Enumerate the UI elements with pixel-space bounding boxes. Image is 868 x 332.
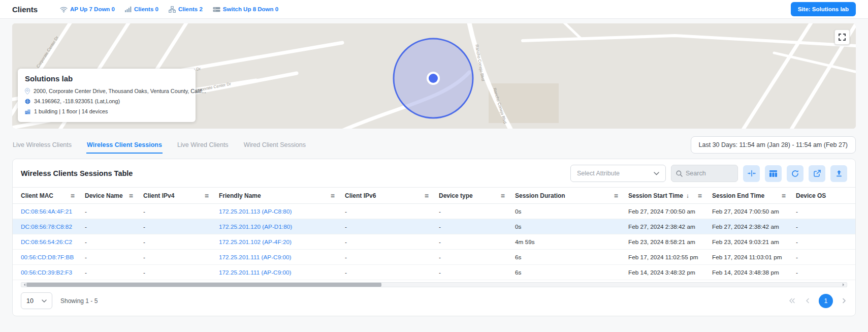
scroll-right-arrow-icon[interactable] <box>843 283 846 286</box>
site-info-card: Solutions lab 2000, Corporate Center Dri… <box>18 69 196 122</box>
table-footer: 10 Showing 1 - 5 1 <box>13 287 855 316</box>
cell-value: - <box>439 269 515 276</box>
cell-value: Feb 17, 2024 11:02:55 pm <box>628 254 712 261</box>
column-menu-icon[interactable]: ≡ <box>501 192 505 200</box>
tab-live-wireless-clients[interactable]: Live Wireless Clients <box>12 137 72 154</box>
column-menu-icon[interactable]: ≡ <box>205 192 209 200</box>
cell-value: Feb 27, 2024 2:38:42 am <box>628 223 712 230</box>
column-menu-icon[interactable]: ≡ <box>129 192 133 200</box>
cell-value: - <box>439 254 515 261</box>
column-header-client-ipv4[interactable]: Client IPv4≡ <box>143 192 219 200</box>
column-label: Session End Time <box>712 192 764 199</box>
switch-status[interactable]: Switch Up 8 Down 0 <box>213 6 278 12</box>
cell-link[interactable]: 172.25.201.111 (AP-C9:00) <box>219 269 345 276</box>
sessions-table-card: Wireless Clients Sessions Table Select A… <box>12 159 856 316</box>
export-button[interactable] <box>809 165 825 182</box>
wifi-icon <box>60 6 68 13</box>
tab-wired-client-sessions[interactable]: Wired Client Sessions <box>243 137 306 154</box>
cell-link[interactable]: 172.25.201.102 (AP-4F:20) <box>219 238 345 246</box>
column-menu-icon[interactable]: ≡ <box>782 192 786 200</box>
column-header-client-ipv6[interactable]: Client IPv6≡ <box>345 192 439 200</box>
table-row[interactable]: DC:08:56:4A:4F:21--172.25.201.113 (AP-C8… <box>13 204 855 219</box>
client-view-tabs-row: Live Wireless ClientsWireless Client Ses… <box>12 136 856 154</box>
page-size-select[interactable]: 10 <box>21 292 52 309</box>
column-header-device-name[interactable]: Device Name≡ <box>85 192 143 200</box>
cell-link[interactable]: 00:56:CD:39:B2:F3 <box>21 269 85 276</box>
table-row[interactable]: 00:56:CD:D8:7F:BB--172.25.201.111 (AP-C9… <box>13 250 855 265</box>
site-summary: 1 building | 1 floor | 14 devices <box>34 107 108 117</box>
site-marker[interactable] <box>429 74 438 83</box>
fit-columns-button[interactable] <box>743 165 760 182</box>
cell-value: - <box>85 238 143 246</box>
tab-live-wired-clients[interactable]: Live Wired Clients <box>177 137 229 154</box>
cell-value: - <box>143 208 219 215</box>
column-label: Client IPv4 <box>143 192 174 199</box>
cell-value: - <box>345 269 439 276</box>
horizontal-scrollbar[interactable] <box>21 282 847 287</box>
column-header-device-type[interactable]: Device type≡ <box>439 192 515 200</box>
cell-link[interactable]: 172.25.201.120 (AP-D1:80) <box>219 223 345 230</box>
refresh-icon <box>791 170 799 177</box>
manage-columns-button[interactable] <box>765 165 782 182</box>
ap-status[interactable]: AP Up 7 Down 0 <box>60 6 115 13</box>
chevron-right-icon <box>842 298 846 304</box>
column-menu-icon[interactable]: ≡ <box>698 192 702 200</box>
cell-link[interactable]: DC:08:56:54:26:C2 <box>21 238 85 246</box>
cell-value: - <box>439 208 515 215</box>
column-header-session-duration[interactable]: Session Duration≡ <box>515 192 628 200</box>
site-map[interactable]: Corporate Center Dr Corporate Center Dr … <box>12 23 856 129</box>
previous-page-button[interactable] <box>805 297 811 305</box>
ap-status-label: AP Up 7 Down 0 <box>70 6 115 12</box>
site-coordinates-row: 34.196962, -118.923051 (Lat,Long) <box>25 97 188 107</box>
cell-value: - <box>85 223 143 230</box>
table-row[interactable]: DC:08:56:78:C8:82--172.25.201.120 (AP-D1… <box>13 219 855 234</box>
column-menu-icon[interactable]: ≡ <box>425 192 429 200</box>
cell-value: - <box>439 223 515 230</box>
attribute-filter-select[interactable]: Select Attribute <box>570 165 666 182</box>
next-page-button[interactable] <box>841 297 847 305</box>
site-selector-button[interactable]: Site: Solutions lab <box>791 2 856 16</box>
sort-descending-icon[interactable]: ↓ <box>686 192 689 199</box>
cell-value: 0s <box>515 223 628 230</box>
first-page-button[interactable] <box>788 297 796 305</box>
cell-value: Feb 27, 2024 7:00:50 am <box>712 208 796 215</box>
pagination: 1 <box>788 294 847 308</box>
refresh-button[interactable] <box>787 165 803 182</box>
cell-value: - <box>439 238 515 246</box>
table-row[interactable]: 00:56:CD:39:B2:F3--172.25.201.111 (AP-C9… <box>13 265 855 280</box>
site-address: 2000, Corporate Center Drive, Thousand O… <box>34 86 206 97</box>
table-row[interactable]: DC:08:56:54:26:C2--172.25.201.102 (AP-4F… <box>13 234 855 250</box>
column-header-session-end-time[interactable]: Session End Time≡ <box>712 192 796 200</box>
cell-link[interactable]: DC:08:56:4A:4F:21 <box>21 208 85 215</box>
column-header-client-mac[interactable]: Client MAC≡ <box>21 192 85 200</box>
export-icon <box>814 170 821 177</box>
column-menu-icon[interactable]: ≡ <box>71 192 75 200</box>
column-header-friendly-name[interactable]: Friendly Name≡ <box>219 192 345 200</box>
cell-value: - <box>796 269 849 276</box>
location-pin-icon <box>25 88 30 95</box>
cell-link[interactable]: 172.25.201.113 (AP-C8:80) <box>219 208 345 215</box>
tab-wireless-client-sessions[interactable]: Wireless Client Sessions <box>86 137 163 154</box>
cell-value: Feb 14, 2024 3:48:32 pm <box>628 269 712 276</box>
upload-button[interactable] <box>830 165 847 182</box>
device-status-summary: AP Up 7 Down 0 Clients 0 <box>60 6 278 13</box>
search-input[interactable] <box>686 170 729 177</box>
current-page-button[interactable]: 1 <box>819 294 833 308</box>
scroll-left-arrow-icon[interactable] <box>22 283 25 286</box>
column-menu-icon[interactable]: ≡ <box>614 192 618 200</box>
table-search[interactable] <box>671 165 738 182</box>
cell-link[interactable]: 00:56:CD:D8:7F:BB <box>21 254 85 261</box>
date-range-picker[interactable]: Last 30 Days: 11:54 am (Jan 28) - 11:54 … <box>691 136 856 154</box>
cell-link[interactable]: DC:08:56:78:C8:82 <box>21 223 85 230</box>
column-header-session-start-time[interactable]: Session Start Time↓≡ <box>628 192 712 200</box>
map-fullscreen-button[interactable] <box>834 29 850 45</box>
cell-value: 4m 59s <box>515 238 628 246</box>
cell-value: - <box>143 238 219 246</box>
site-address-row: 2000, Corporate Center Drive, Thousand O… <box>25 86 188 97</box>
wireless-clients-status[interactable]: Clients 0 <box>125 6 158 12</box>
column-menu-icon[interactable]: ≡ <box>331 192 335 200</box>
scrollbar-thumb[interactable] <box>26 283 381 287</box>
wired-clients-status[interactable]: Clients 2 <box>169 6 203 13</box>
cell-link[interactable]: 172.25.201.111 (AP-C9:00) <box>219 254 345 261</box>
column-header-device-os[interactable]: Device OS <box>796 192 849 199</box>
